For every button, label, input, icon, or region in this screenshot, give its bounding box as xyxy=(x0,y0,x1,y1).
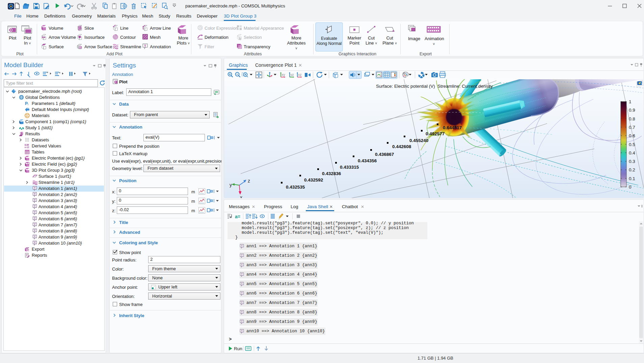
svg-text:0.433315: 0.433315 xyxy=(340,165,359,170)
svg-text:0.5: 0.5 xyxy=(629,142,635,147)
svg-text:P: P xyxy=(25,101,28,106)
svg-text:i: i xyxy=(28,103,28,106)
svg-text:0.7: 0.7 xyxy=(629,125,635,130)
svg-text:e-12: e-12 xyxy=(25,146,29,148)
svg-text:xy: xy xyxy=(281,73,285,77)
svg-text:0.434356: 0.434356 xyxy=(358,158,377,163)
svg-text:0.436867: 0.436867 xyxy=(375,152,394,157)
svg-text:yz: yz xyxy=(290,73,294,77)
svg-text:0.8: 0.8 xyxy=(629,116,635,121)
svg-text:0.4: 0.4 xyxy=(629,150,635,156)
svg-text:0.1: 0.1 xyxy=(629,176,635,181)
svg-text:y: y xyxy=(230,182,232,188)
svg-text:a=: a= xyxy=(235,214,240,219)
svg-text:0.2: 0.2 xyxy=(629,167,635,172)
svg-text:0: 0 xyxy=(629,185,632,190)
svg-text:0.432836: 0.432836 xyxy=(322,171,341,176)
svg-text:0.644517: 0.644517 xyxy=(443,125,462,130)
svg-text:x: x xyxy=(240,195,242,198)
svg-text:0.432592: 0.432592 xyxy=(304,177,323,183)
svg-text:0.432535: 0.432535 xyxy=(286,185,305,190)
svg-text:0.9: 0.9 xyxy=(629,108,635,113)
svg-text:xz: xz xyxy=(298,73,302,77)
svg-text:8.85: 8.85 xyxy=(25,144,29,146)
svg-text:0.442608: 0.442608 xyxy=(392,144,411,149)
svg-text:0.492577: 0.492577 xyxy=(426,131,445,136)
svg-text:Surface: Electric potential (V: Surface: Electric potential (V) Streamli… xyxy=(376,84,493,89)
svg-text:1: 1 xyxy=(629,99,632,104)
svg-text:0.6: 0.6 xyxy=(629,133,635,138)
svg-text:0.3: 0.3 xyxy=(629,159,635,164)
svg-text:z: z xyxy=(248,178,250,184)
svg-text:0.455240: 0.455240 xyxy=(409,138,428,143)
